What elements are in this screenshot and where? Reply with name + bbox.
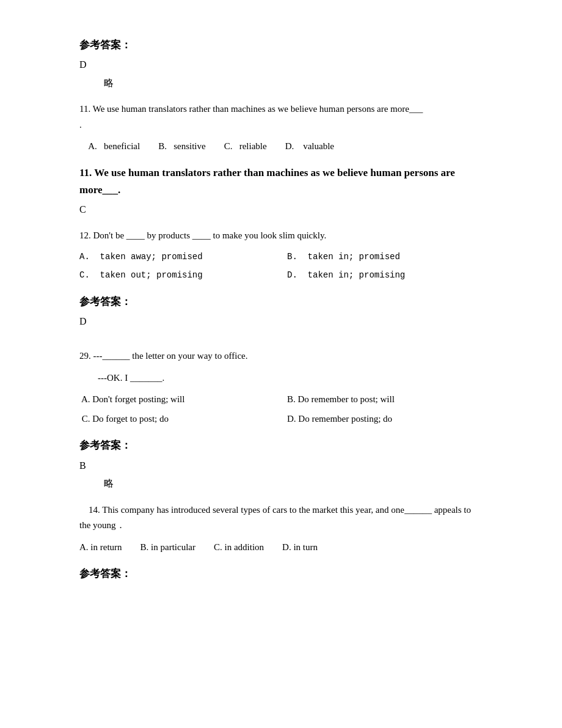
question-29: 29. ---______ the letter on your way to … — [79, 348, 483, 426]
question-11: 11. We use human translators rather than… — [79, 101, 483, 153]
q14-option-a: A. in return — [79, 540, 122, 554]
question-14: 14. This company has introduced several … — [79, 502, 483, 554]
q29-text2: ---OK. I _______. — [98, 370, 483, 386]
answer-value-3: D — [79, 314, 483, 329]
lue-2: 略 — [104, 476, 483, 491]
answer-value-4: B — [79, 458, 483, 474]
answer-section-4: 参考答案： B 略 — [79, 437, 483, 491]
answer-label-2: 11. We use human translators rather than… — [79, 164, 483, 197]
answer-label-4: 参考答案： — [79, 437, 483, 454]
answer-value-1: D — [79, 57, 483, 73]
q14-option-c: C. in addition — [214, 540, 264, 554]
q11-option-c: C. reliable — [224, 139, 267, 153]
answer-section-5: 参考答案： — [79, 565, 483, 582]
q11-option-a: A. beneficial — [79, 139, 140, 153]
q14-option-b: B. in particular — [140, 540, 195, 554]
q29-option-d: D. Do remember posting; do — [287, 411, 483, 426]
q29-option-a: A. Don't forget posting; will — [79, 392, 275, 406]
lue-1: 略 — [104, 75, 483, 91]
q29-text1: 29. ---______ the letter on your way to … — [79, 348, 483, 364]
q29-option-c: C. Do forget to post; do — [79, 411, 275, 426]
answer-section-1: 参考答案： D 略 — [79, 37, 483, 90]
q12-option-b: B. taken in; promised — [287, 250, 483, 263]
answer-label-1: 参考答案： — [79, 37, 483, 53]
q12-options: A. taken away; promised B. taken in; pro… — [79, 250, 483, 282]
q14-options: A. in return B. in particular C. in addi… — [79, 540, 483, 554]
q12-option-d: D. taken in; promising — [287, 268, 483, 282]
q12-option-c: C. taken out; promising — [79, 268, 275, 282]
q11-option-b: B. sensitive — [158, 139, 206, 153]
q11-text: 11. We use human translators rather than… — [79, 101, 483, 133]
q29-options: A. Don't forget posting; will B. Do reme… — [79, 392, 483, 426]
q29-option-b: B. Do remember to post; will — [287, 392, 483, 406]
q11-options: A. beneficial B. sensitive C. reliable D… — [79, 139, 483, 153]
answer-section-2: 11. We use human translators rather than… — [79, 164, 483, 217]
answer-section-3: 参考答案： D — [79, 293, 483, 329]
question-12: 12. Don't be ____ by products ____ to ma… — [79, 228, 483, 282]
answer-label-3: 参考答案： — [79, 293, 483, 310]
answer-label-5: 参考答案： — [79, 565, 483, 582]
q14-option-d: D. in turn — [282, 540, 318, 554]
q14-text: 14. This company has introduced several … — [79, 502, 483, 534]
q11-option-d: D. valuable — [285, 139, 334, 153]
q12-text: 12. Don't be ____ by products ____ to ma… — [79, 228, 483, 244]
answer-value-2: C — [79, 202, 483, 218]
q12-option-a: A. taken away; promised — [79, 250, 275, 263]
